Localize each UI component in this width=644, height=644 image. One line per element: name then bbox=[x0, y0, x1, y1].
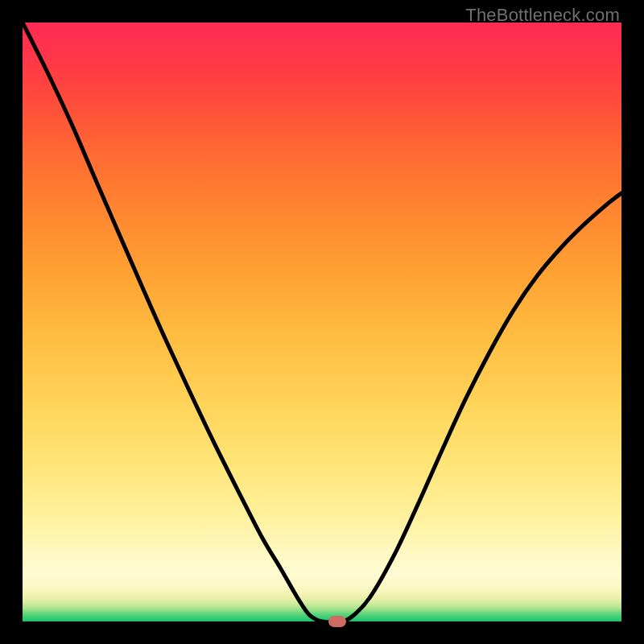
watermark-text: TheBottleneck.com bbox=[465, 5, 620, 26]
optimal-point-marker bbox=[328, 616, 346, 627]
chart-frame: TheBottleneck.com bbox=[0, 0, 644, 644]
gradient-plot-area bbox=[23, 23, 621, 621]
bottleneck-curve bbox=[23, 23, 621, 621]
